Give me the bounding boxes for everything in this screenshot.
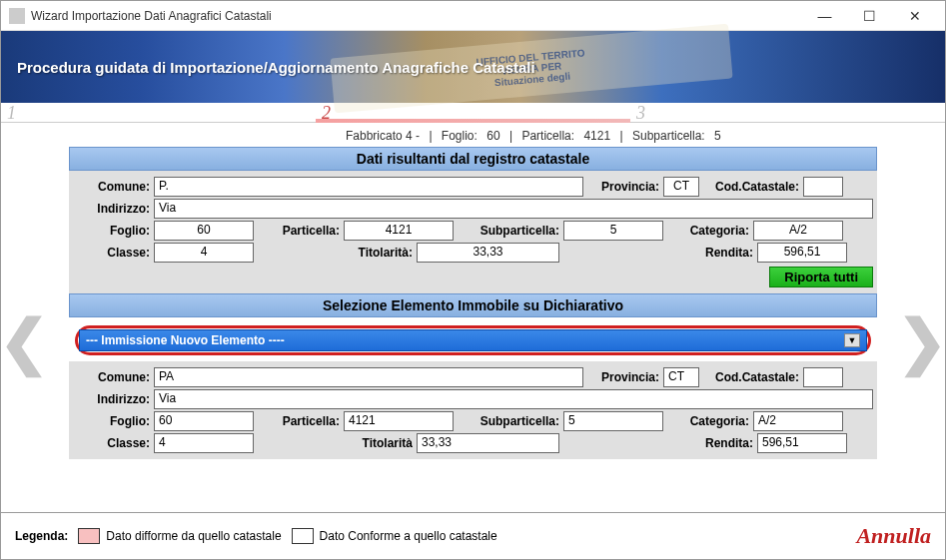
legend-swatch-difforme: [78, 528, 100, 544]
close-button[interactable]: ✕: [892, 2, 937, 30]
provincia-label-2: Provincia:: [583, 370, 663, 384]
legend-label: Legenda:: [15, 529, 68, 543]
titlebar: Wizard Importazione Dati Anagrafici Cata…: [1, 1, 945, 31]
comune-field-2[interactable]: PA: [154, 367, 583, 387]
section1-form: Comune: P. Provincia: CT Cod.Catastale: …: [69, 171, 877, 293]
titolarita-field[interactable]: 33,33: [417, 243, 559, 263]
next-arrow-icon[interactable]: ❯: [897, 306, 946, 376]
combo-text: --- Immissione Nuovo Elemento ----: [86, 333, 285, 347]
indirizzo-label-2: Indirizzo:: [69, 392, 154, 406]
classe-label-2: Classe:: [69, 436, 154, 450]
foglio-field-2[interactable]: 60: [154, 411, 254, 431]
breadcrumb-item: Fabbricato 4 -: [346, 129, 420, 143]
codcat-label-2: Cod.Catastale:: [699, 370, 803, 384]
minimize-button[interactable]: —: [802, 2, 847, 30]
breadcrumb-particella: 4121: [583, 129, 610, 143]
riporta-tutti-button[interactable]: Riporta tutti: [769, 267, 873, 287]
breadcrumb-foglio-label: Foglio:: [442, 129, 477, 143]
rendita-label-2: Rendita:: [559, 436, 757, 450]
rendita-field-2[interactable]: 596,51: [757, 433, 847, 453]
classe-label: Classe:: [69, 246, 154, 260]
footer: Legenda: Dato difforme da quello catasta…: [1, 512, 945, 559]
rendita-label: Rendita:: [559, 246, 757, 260]
breadcrumb-subparticella-label: Subparticella:: [632, 129, 705, 143]
indirizzo-label: Indirizzo:: [69, 202, 154, 216]
element-select-combo[interactable]: --- Immissione Nuovo Elemento ---- ▼: [79, 329, 867, 351]
particella-field[interactable]: 4121: [344, 221, 454, 241]
comune-label: Comune:: [69, 180, 154, 194]
maximize-button[interactable]: ☐: [847, 2, 892, 30]
app-icon: [9, 8, 25, 24]
step-3[interactable]: 3: [630, 103, 945, 122]
comune-field[interactable]: P.: [154, 177, 583, 197]
legend-swatch-conforme: [292, 528, 314, 544]
legend-text-difforme: Dato difforme da quello catastale: [106, 529, 281, 543]
provincia-label: Provincia:: [583, 180, 663, 194]
foglio-label-2: Foglio:: [69, 414, 154, 428]
legend-text-conforme: Dato Conforme a quello catastale: [320, 529, 497, 543]
categoria-field-2[interactable]: A/2: [753, 411, 843, 431]
subparticella-label-2: Subparticella:: [454, 414, 563, 428]
combo-highlight: --- Immissione Nuovo Elemento ---- ▼: [75, 325, 871, 355]
foglio-field[interactable]: 60: [154, 221, 254, 241]
app-window: Wizard Importazione Dati Anagrafici Cata…: [0, 0, 946, 560]
codcat-field-2[interactable]: [803, 367, 843, 387]
prev-arrow-icon[interactable]: ❮: [0, 306, 49, 376]
titolarita-field-2[interactable]: 33,33: [417, 433, 559, 453]
subparticella-field[interactable]: 5: [563, 221, 663, 241]
window-title: Wizard Importazione Dati Anagrafici Cata…: [31, 9, 802, 23]
categoria-label: Categoria:: [663, 224, 753, 238]
particella-field-2[interactable]: 4121: [344, 411, 454, 431]
breadcrumb-particella-label: Particella:: [521, 129, 574, 143]
window-buttons: — ☐ ✕: [802, 2, 937, 30]
comune-label-2: Comune:: [69, 370, 154, 384]
titolarita-label: Titolarità:: [254, 246, 417, 260]
section1-header: Dati risultanti dal registro catastale: [69, 147, 877, 171]
classe-field-2[interactable]: 4: [154, 433, 254, 453]
foglio-label: Foglio:: [69, 224, 154, 238]
wizard-steps: 1 2 3: [1, 103, 945, 123]
categoria-label-2: Categoria:: [663, 414, 753, 428]
particella-label: Particella:: [254, 224, 344, 238]
section2-form: Comune: PA Provincia: CT Cod.Catastale: …: [69, 361, 877, 459]
content: ❮ ❯ Dati risultanti dal registro catasta…: [1, 147, 945, 512]
indirizzo-field-2[interactable]: Via: [154, 389, 873, 409]
indirizzo-field[interactable]: Via: [154, 199, 873, 219]
step-1[interactable]: 1: [1, 103, 316, 122]
section2-header: Selezione Elemento Immobile su Dichiarat…: [69, 293, 877, 317]
subparticella-field-2[interactable]: 5: [563, 411, 663, 431]
banner-title: Procedura guidata di Importazione/Aggior…: [17, 59, 535, 76]
banner: UFFICIO DEL TERRITO VISURA PER Situazion…: [1, 31, 945, 103]
categoria-field[interactable]: A/2: [753, 221, 843, 241]
breadcrumb: Fabbricato 4 - | Foglio: 60 | Particella…: [1, 123, 945, 147]
breadcrumb-subparticella: 5: [714, 129, 721, 143]
step-2[interactable]: 2: [316, 103, 630, 122]
particella-label-2: Particella:: [254, 414, 344, 428]
titolarita-label-2: Titolarità: [254, 436, 417, 450]
rendita-field[interactable]: 596,51: [757, 243, 847, 263]
provincia-field-2[interactable]: CT: [663, 367, 699, 387]
annulla-button[interactable]: Annulla: [856, 523, 931, 549]
classe-field[interactable]: 4: [154, 243, 254, 263]
codcat-field[interactable]: [803, 177, 843, 197]
subparticella-label: Subparticella:: [454, 224, 563, 238]
provincia-field[interactable]: CT: [663, 177, 699, 197]
breadcrumb-foglio: 60: [486, 129, 499, 143]
codcat-label: Cod.Catastale:: [699, 180, 803, 194]
chevron-down-icon[interactable]: ▼: [844, 333, 860, 347]
